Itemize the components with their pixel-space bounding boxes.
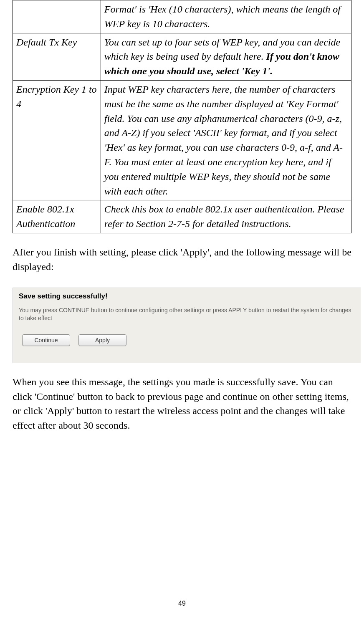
param-desc-cell: You can set up to four sets of WEP key, … bbox=[101, 33, 351, 80]
param-desc-cell: Format' is 'Hex (10 characters), which m… bbox=[101, 0, 351, 33]
param-label-cell bbox=[13, 0, 101, 33]
table-row: Enable 802.1x Authentication Check this … bbox=[13, 200, 351, 233]
param-desc-cell: Check this box to enable 802.1x user aut… bbox=[101, 200, 351, 233]
table-row: Encryption Key 1 to 4 Input WEP key char… bbox=[13, 80, 351, 200]
paragraph-result-explanation: When you see this message, the settings … bbox=[13, 375, 351, 433]
table-row: Default Tx Key You can set up to four se… bbox=[13, 33, 351, 80]
param-label-cell: Default Tx Key bbox=[13, 33, 101, 80]
dialog-button-row: Continue Apply bbox=[19, 334, 356, 346]
param-desc-text: Format' is 'Hex (10 characters), which m… bbox=[104, 4, 341, 29]
dialog-title: Save setting successfully! bbox=[19, 292, 356, 301]
dialog-message: You may press CONTINUE button to continu… bbox=[19, 306, 356, 323]
page-number: 49 bbox=[0, 600, 364, 607]
apply-button[interactable]: Apply bbox=[78, 334, 126, 346]
param-desc-text: Input WEP key characters here, the numbe… bbox=[104, 84, 343, 197]
continue-button[interactable]: Continue bbox=[22, 334, 70, 346]
save-success-dialog: Save setting successfully! You may press… bbox=[13, 288, 361, 363]
parameters-table: Format' is 'Hex (10 characters), which m… bbox=[13, 0, 351, 233]
param-desc-cell: Input WEP key characters here, the numbe… bbox=[101, 80, 351, 200]
paragraph-apply-instruction: After you finish with setting, please cl… bbox=[13, 245, 351, 274]
param-desc-text: Check this box to enable 802.1x user aut… bbox=[104, 204, 344, 229]
param-label-cell: Encryption Key 1 to 4 bbox=[13, 80, 101, 200]
table-row: Format' is 'Hex (10 characters), which m… bbox=[13, 0, 351, 33]
param-label-cell: Enable 802.1x Authentication bbox=[13, 200, 101, 233]
